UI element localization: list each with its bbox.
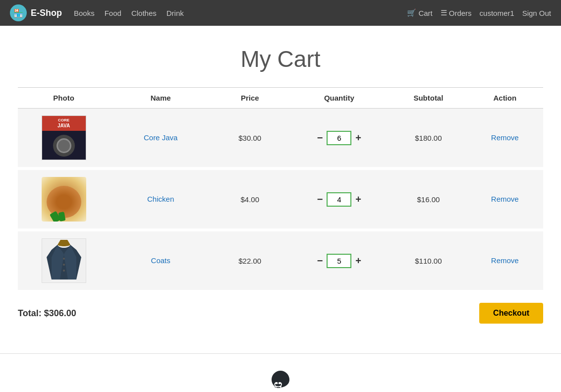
product-subtotal-cell: $16.00 [390,168,466,230]
product-action-cell: Remove [467,168,543,230]
product-name-cell: Chicken [110,168,212,230]
product-quantity-cell: − + [288,230,390,291]
product-price-cell: $22.00 [212,230,288,291]
checkout-button[interactable]: Checkout [479,303,543,324]
quantity-input[interactable] [327,192,351,207]
product-name-cell: Coats [110,230,212,291]
quantity-control: − + [293,192,385,207]
product-image-cell [18,168,110,230]
col-header-subtotal: Subtotal [390,88,466,109]
remove-link[interactable]: Remove [491,195,519,203]
col-header-name: Name [110,88,212,109]
table-row: Chicken $4.00 − + $16.00 Remove [18,168,543,230]
page-title: My Cart [18,46,543,72]
cart-table: Photo Name Price Quantity Subtotal Actio… [18,87,543,293]
product-name-link[interactable]: Coats [151,256,170,265]
github-icon[interactable] [270,369,291,392]
product-image-cell [18,230,110,291]
product-action-cell: Remove [467,109,543,169]
product-price-cell: $30.00 [212,109,288,169]
product-subtotal-cell: $180.00 [390,109,466,169]
col-header-action: Action [467,88,543,109]
brand[interactable]: 🏪 E-Shop [10,4,62,21]
cart-table-body: CORE JAVA Core Java $30.00 − + [18,109,543,292]
navbar: 🏪 E-Shop Books Food Clothes Drink 🛒 Cart… [0,0,561,26]
username-label: customer1 [480,9,514,17]
table-row: CORE JAVA Core Java $30.00 − + [18,109,543,169]
nav-books[interactable]: Books [74,9,95,17]
quantity-decrease-button[interactable]: − [313,193,327,205]
cart-label: Cart [418,9,432,17]
product-name-link[interactable]: Core Java [144,133,177,142]
main-content: My Cart Photo Name Price Quantity Subtot… [8,26,553,353]
product-quantity-cell: − + [288,109,390,169]
signout-link[interactable]: Sign Out [522,9,551,17]
cart-footer: Total: $306.00 Checkout [18,293,543,334]
remove-link[interactable]: Remove [491,256,519,265]
navbar-right: 🛒 Cart ☰ Orders customer1 Sign Out [407,8,551,17]
nav-links: Books Food Clothes Drink [74,9,407,17]
quantity-increase-button[interactable]: + [351,193,365,205]
product-quantity-cell: − + [288,168,390,230]
total-label: Total: $306.00 [18,308,76,319]
remove-link[interactable]: Remove [491,133,519,142]
brand-name: E-Shop [31,8,62,18]
orders-icon: ☰ [441,8,447,17]
quantity-control: − + [293,131,385,145]
col-header-quantity: Quantity [288,88,390,109]
table-row: Coats $22.00 − + $110.00 Remove [18,230,543,291]
quantity-decrease-button[interactable]: − [313,255,327,267]
product-image-cell: CORE JAVA [18,109,110,169]
col-header-price: Price [212,88,288,109]
cart-icon: 🛒 [407,8,416,17]
quantity-increase-button[interactable]: + [351,132,365,144]
quantity-control: − + [293,254,385,268]
table-header: Photo Name Price Quantity Subtotal Actio… [18,88,543,109]
svg-point-0 [63,258,65,260]
product-action-cell: Remove [467,230,543,291]
brand-icon: 🏪 [10,4,27,21]
svg-point-1 [63,264,65,266]
quantity-increase-button[interactable]: + [351,255,365,267]
product-name-cell: Core Java [110,109,212,169]
quantity-input[interactable] [327,254,351,268]
orders-label: Orders [449,9,472,17]
quantity-input[interactable] [327,131,351,145]
quantity-decrease-button[interactable]: − [313,132,327,144]
nav-food[interactable]: Food [105,9,121,17]
col-header-photo: Photo [18,88,110,109]
nav-drink[interactable]: Drink [167,9,184,17]
product-name-link[interactable]: Chicken [147,195,174,203]
product-subtotal-cell: $110.00 [390,230,466,291]
page-footer [0,353,561,392]
nav-clothes[interactable]: Clothes [131,9,157,17]
orders-link[interactable]: ☰ Orders [441,8,472,17]
product-price-cell: $4.00 [212,168,288,230]
svg-point-2 [63,270,65,272]
cart-link[interactable]: 🛒 Cart [407,8,432,17]
